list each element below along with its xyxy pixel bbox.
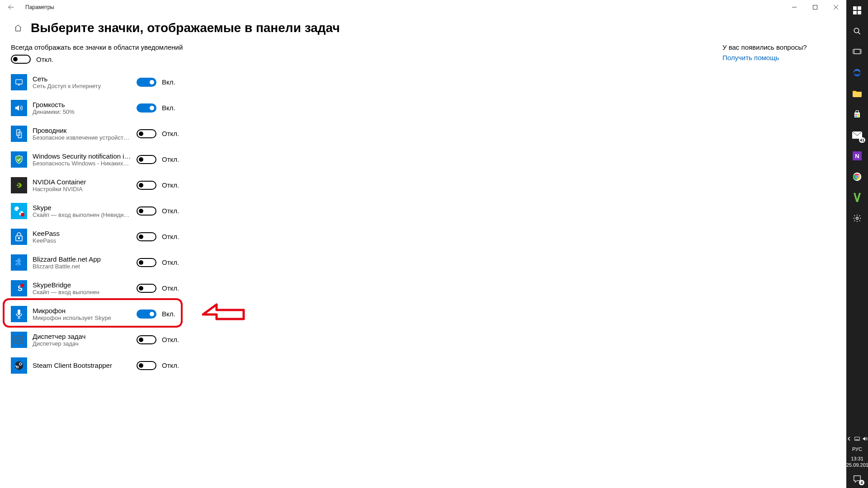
row-subtitle: Диспетчер задач <box>33 340 132 347</box>
row-subtitle: Скайп — вход выполнен <box>33 289 132 296</box>
icon-row-taskmgr: Диспетчер задачДиспетчер задачОткл. <box>11 327 327 352</box>
start-button[interactable] <box>846 0 868 21</box>
chevron-left-icon[interactable] <box>846 436 852 442</box>
svg-rect-0 <box>813 5 817 9</box>
svg-rect-23 <box>853 11 857 14</box>
chrome-icon[interactable] <box>846 166 868 187</box>
row-subtitle: Blizzard Battle.net <box>33 263 132 270</box>
toggle-steam[interactable] <box>137 361 156 370</box>
toggle-blizzard[interactable] <box>137 258 156 267</box>
svg-point-10 <box>21 213 24 216</box>
row-subtitle: Микрофон использует Skype <box>33 314 132 321</box>
input-indicator-icon[interactable] <box>854 436 860 442</box>
icon-row-volume: ГромкостьДинамики: 50%Вкл. <box>11 95 327 121</box>
row-subtitle: Сеть Доступ к Интернету <box>33 83 132 89</box>
toggle-network[interactable] <box>137 78 156 87</box>
volume-tray-icon[interactable] <box>863 436 868 442</box>
task-view-icon[interactable] <box>846 42 868 62</box>
row-title: NVIDIA Container <box>33 178 132 186</box>
row-title: KeePass <box>33 230 132 237</box>
toggle-state: Откл. <box>162 181 179 189</box>
settings-window: Параметры Выберите значки, отображаемые … <box>0 0 846 488</box>
always-show-toggle[interactable] <box>11 55 31 64</box>
svg-point-36 <box>856 176 858 178</box>
toggle-state: Откл. <box>162 233 179 240</box>
close-button[interactable] <box>826 0 846 14</box>
toggle-state: Откл. <box>162 336 179 343</box>
maximize-button[interactable] <box>805 0 826 14</box>
icon-row-keepass: KeePassKeePassОткл. <box>11 224 327 249</box>
icon-row-security: Windows Security notification iconБезопа… <box>11 146 327 172</box>
page-header: Выберите значки, отображаемые в панели з… <box>0 14 846 43</box>
row-title: Blizzard Battle.net App <box>33 255 132 263</box>
row-subtitle: KeePass <box>33 237 132 244</box>
toggle-state: Вкл. <box>162 104 175 112</box>
svg-rect-28 <box>858 114 859 115</box>
svg-rect-26 <box>854 49 860 54</box>
volume-icon <box>11 100 27 116</box>
svg-rect-21 <box>853 6 857 10</box>
toggle-explorer[interactable] <box>137 129 156 138</box>
get-help-link[interactable]: Получить помощь <box>722 54 835 61</box>
row-title: Проводник <box>33 127 132 134</box>
titlebar: Параметры <box>0 0 846 14</box>
network-icon <box>11 74 27 90</box>
mic-icon <box>11 306 27 322</box>
row-title: Skype <box>33 204 132 211</box>
toggle-state: Откл. <box>162 130 179 137</box>
app-v-icon[interactable] <box>846 187 868 208</box>
help-panel: У вас появились вопросы? Получить помощь <box>722 43 835 488</box>
toggle-state: Вкл. <box>162 310 175 318</box>
toggle-volume[interactable] <box>137 103 156 113</box>
always-show-label: Всегда отображать все значки в области у… <box>11 43 327 51</box>
svg-point-25 <box>854 28 859 33</box>
blizzard-icon <box>11 254 27 271</box>
icon-row-steam: Steam Client BootstrapperОткл. <box>11 352 327 378</box>
row-subtitle: Скайп — вход выполнен (Невиди… <box>33 211 132 218</box>
settings-taskbar-icon[interactable] <box>846 208 868 229</box>
help-question: У вас появились вопросы? <box>722 43 835 51</box>
language-indicator[interactable]: РУС <box>846 445 868 454</box>
tray-icons[interactable] <box>846 433 868 445</box>
toggle-security[interactable] <box>137 155 156 164</box>
icon-row-explorer: ПроводникБезопасное извлечение устройств… <box>11 121 327 146</box>
clock[interactable]: 13:3125.09.2019 <box>846 454 868 470</box>
action-center-icon[interactable]: 4 <box>846 470 868 488</box>
toggle-skype[interactable] <box>137 206 156 216</box>
row-subtitle: Безопасность Windows - Никаких… <box>33 160 132 167</box>
taskbar: 41 N РУС 13:3125.09.2019 4 <box>846 0 868 488</box>
onenote-icon[interactable]: N <box>846 145 868 166</box>
toggle-keepass[interactable] <box>137 232 156 241</box>
icon-row-nvidia: NVIDIA ContainerНастройки NVIDIAОткл. <box>11 172 327 198</box>
row-subtitle: Динамики: 50% <box>33 108 132 115</box>
svg-text:N: N <box>855 153 859 160</box>
svg-text:S: S <box>17 208 21 215</box>
window-title: Параметры <box>22 4 54 10</box>
row-title: Windows Security notification icon <box>33 152 132 160</box>
toggle-taskmgr[interactable] <box>137 335 156 344</box>
svg-rect-4 <box>13 181 25 190</box>
steam-icon <box>11 357 27 374</box>
svg-point-18 <box>15 361 23 369</box>
always-show-state: Откл. <box>36 56 53 63</box>
store-icon[interactable] <box>846 104 868 125</box>
toggle-nvidia[interactable] <box>137 181 156 190</box>
mail-badge: 41 <box>859 137 865 143</box>
back-button[interactable] <box>0 0 22 14</box>
svg-point-15 <box>20 284 24 287</box>
toggle-skypebridge[interactable] <box>137 284 156 293</box>
nvidia-icon <box>11 177 27 193</box>
search-icon[interactable] <box>846 21 868 42</box>
mail-icon[interactable]: 41 <box>846 125 868 145</box>
main-column: Всегда отображать все значки в области у… <box>11 43 327 488</box>
row-subtitle: Безопасное извлечение устройств… <box>33 134 132 141</box>
icon-list: СетьСеть Доступ к ИнтернетуВкл.Громкость… <box>11 69 327 378</box>
file-explorer-icon[interactable] <box>846 83 868 104</box>
row-subtitle: Настройки NVIDIA <box>33 186 132 192</box>
svg-rect-27 <box>855 114 857 115</box>
home-button[interactable] <box>11 21 25 35</box>
minimize-button[interactable] <box>784 0 805 14</box>
icon-row-blizzard: Blizzard Battle.net AppBlizzard Battle.n… <box>11 249 327 275</box>
edge-icon[interactable] <box>846 62 868 83</box>
toggle-mic[interactable] <box>137 310 156 319</box>
